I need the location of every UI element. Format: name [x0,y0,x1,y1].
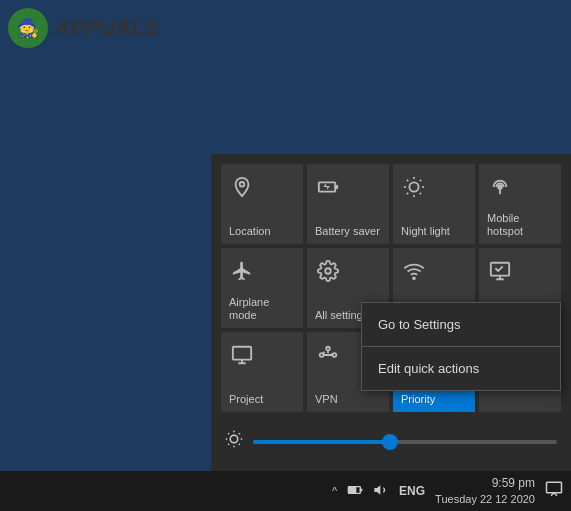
battery-tray-icon[interactable] [347,482,363,501]
brightness-icon [225,430,243,453]
taskbar: ^ ENG 9:59 pm Tuesday 22 12 2020 [0,471,571,511]
battery-saver-icon [317,176,339,203]
night-light-icon [403,176,425,203]
mobile-hotspot-icon [489,176,511,203]
connect-icon [489,260,511,287]
svg-point-2 [409,182,418,191]
language-indicator[interactable]: ENG [399,484,425,498]
project-icon [231,344,253,371]
svg-point-20 [230,435,238,443]
svg-marker-31 [374,485,380,494]
svg-point-17 [320,353,324,357]
svg-line-24 [239,444,240,445]
volume-tray-icon[interactable] [373,482,389,501]
watermark-logo: 🧙 [8,8,48,48]
all-settings-icon [317,260,339,287]
tile-location[interactable]: Location [221,164,303,244]
edit-quick-actions-item[interactable]: Edit quick actions [362,347,560,390]
watermark-emoji: 🧙 [17,17,39,39]
svg-line-10 [420,180,421,181]
location-icon [231,176,253,203]
desktop: 🧙 APPUALS Location [0,0,571,511]
svg-line-23 [228,433,229,434]
svg-line-9 [407,193,408,194]
tile-night-light[interactable]: Night light [393,164,475,244]
tile-mobile-hotspot[interactable]: Mobile hotspot [479,164,561,244]
svg-rect-30 [349,487,356,492]
brightness-slider[interactable] [253,440,557,444]
tile-mobile-hotspot-label: Mobile hotspot [487,212,553,238]
brightness-fill [253,440,390,444]
taskbar-clock[interactable]: 9:59 pm Tuesday 22 12 2020 [435,476,535,506]
tile-priority-label: Priority [401,393,435,406]
tile-airplane-mode[interactable]: Airplane mode [221,248,303,328]
airplane-mode-icon [231,260,253,287]
tile-battery-saver[interactable]: Battery saver [307,164,389,244]
network-icon [403,260,425,287]
svg-line-27 [228,444,229,445]
go-to-settings-item[interactable]: Go to Settings [362,303,560,346]
tile-project[interactable]: Project [221,332,303,412]
svg-point-13 [325,268,331,274]
svg-point-11 [498,185,502,189]
vpn-icon [317,344,339,371]
system-tray: ^ ENG [332,482,425,501]
svg-point-14 [413,277,415,279]
tray-expand-button[interactable]: ^ [332,485,337,497]
svg-line-28 [239,433,240,434]
tile-airplane-mode-label: Airplane mode [229,296,295,322]
svg-point-0 [240,182,245,187]
tile-location-label: Location [229,225,271,238]
notification-button[interactable] [545,480,563,503]
svg-rect-16 [233,347,251,360]
taskbar-time: 9:59 pm [435,476,535,492]
tile-project-label: Project [229,393,263,406]
tile-vpn-label: VPN [315,393,338,406]
taskbar-date: Tuesday 22 12 2020 [435,492,535,506]
svg-rect-32 [547,482,562,493]
brightness-thumb[interactable] [382,434,398,450]
svg-line-6 [420,193,421,194]
watermark-text: APPUALS [54,15,159,41]
context-menu: Go to Settings Edit quick actions [361,302,561,391]
svg-point-19 [326,347,330,351]
svg-line-5 [407,180,408,181]
brightness-row [221,422,561,461]
watermark: 🧙 APPUALS [8,8,159,48]
tile-battery-saver-label: Battery saver [315,225,380,238]
tile-night-light-label: Night light [401,225,450,238]
